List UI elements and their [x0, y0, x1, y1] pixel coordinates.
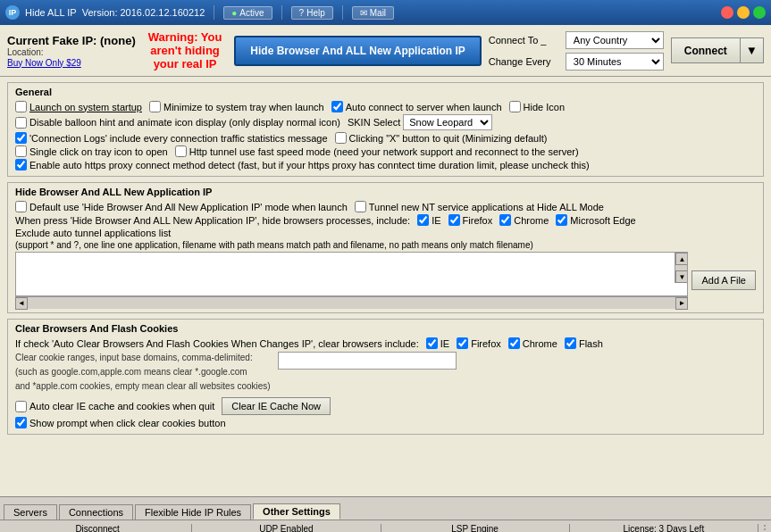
cookie-range-input[interactable] — [278, 352, 457, 370]
launch-startup-label: Launch on system startup — [29, 102, 142, 112]
skin-select-item: SKIN Select Snow Leopard — [348, 114, 492, 130]
http-tunnel-checkbox[interactable] — [175, 145, 187, 157]
single-click-checkbox[interactable] — [15, 145, 27, 157]
change-every-label: Change Every — [489, 56, 560, 67]
minimize-button[interactable] — [737, 6, 750, 19]
auto-connect-item: Auto connect to server when launch — [331, 101, 502, 112]
clear-cache-button[interactable]: Clear IE Cache Now — [222, 397, 331, 415]
default-use-checkbox[interactable] — [15, 201, 27, 212]
help-label: Help — [306, 8, 325, 18]
clear-row1: If check 'Auto Clear Browsers And Flash … — [15, 337, 756, 349]
hide-icon-checkbox[interactable] — [509, 101, 521, 112]
minimize-tray-checkbox[interactable] — [149, 101, 161, 112]
chrome-checkbox[interactable] — [499, 214, 511, 226]
clear-chrome-checkbox[interactable] — [508, 337, 520, 349]
sep3 — [342, 5, 343, 20]
change-every-row: Change Every 30 Minutes — [489, 53, 664, 71]
edge-item: Microsoft Edge — [556, 214, 635, 226]
status-license: License: 3 Days Left — [570, 524, 758, 532]
clear-ie-checkbox[interactable] — [426, 337, 438, 349]
auto-connect-checkbox[interactable] — [331, 101, 343, 112]
edge-checkbox[interactable] — [556, 214, 567, 226]
ie-checkbox[interactable] — [417, 214, 429, 226]
if-check-label: If check 'Auto Clear Browsers And Flash … — [15, 338, 419, 349]
hide-icon-item: Hide Icon — [509, 101, 565, 112]
disable-balloon-item: Disable balloon hint and animate icon di… — [15, 117, 340, 129]
when-press-label: When press 'Hide Browser And ALL New App… — [15, 215, 410, 226]
horizontal-scrollbar[interactable]: ◄ ► — [15, 296, 688, 309]
tab-other-settings[interactable]: Other Settings — [253, 503, 340, 520]
firefox-item: Firefox — [448, 214, 493, 226]
connect-to-label: Connect To _ — [489, 35, 560, 46]
cookie-range-row: Clear cookie ranges, input base domains,… — [15, 352, 756, 395]
scroll-left-arrow[interactable]: ◄ — [15, 297, 28, 310]
clear-row3: Auto clear IE cache and cookies when qui… — [15, 397, 756, 415]
clear-flash-checkbox[interactable] — [565, 337, 576, 349]
tab-servers[interactable]: Servers — [4, 504, 57, 520]
connection-logs-checkbox[interactable] — [15, 132, 27, 144]
status-udp: UDP Enabled — [192, 524, 381, 532]
clicking-x-item: Clicking "X" button to quit (Minimizing … — [335, 132, 548, 144]
connection-logs-label: 'Connection Logs' include every connecti… — [29, 133, 328, 144]
status-disconnect[interactable]: Disconnect — [4, 524, 192, 532]
mail-btn[interactable]: ✉ Mail — [352, 6, 394, 20]
general-row3: 'Connection Logs' include every connecti… — [15, 132, 756, 144]
show-prompt-checkbox[interactable] — [15, 417, 27, 428]
clear-chrome-label: Chrome — [523, 338, 557, 349]
clicking-x-checkbox[interactable] — [335, 132, 347, 144]
vertical-scrollbar[interactable]: ▲ ▼ — [675, 253, 687, 283]
tunnel-nt-checkbox[interactable] — [355, 201, 366, 212]
maximize-button[interactable] — [753, 6, 766, 19]
clear-firefox-checkbox[interactable] — [457, 337, 468, 349]
disable-balloon-checkbox[interactable] — [15, 117, 27, 129]
close-button[interactable] — [721, 6, 733, 19]
cookie-desc-block: Clear cookie ranges, input base domains,… — [15, 352, 271, 395]
main-toolbar: Current Fake IP: (none) Location: Buy No… — [0, 25, 771, 77]
enable-https-checkbox[interactable] — [15, 159, 27, 170]
buy-link[interactable]: Buy Now Only $29 — [7, 58, 81, 68]
auto-connect-label: Auto connect to server when launch — [346, 102, 502, 112]
launch-startup-item: Launch on system startup — [15, 101, 142, 112]
clear-flash-item: Flash — [565, 337, 603, 349]
http-tunnel-label: Http tunnel use fast speed mode (need yo… — [189, 146, 579, 157]
country-select[interactable]: Any Country — [566, 31, 664, 49]
connect-dropdown-button[interactable]: ▼ — [740, 37, 764, 63]
cookie-desc2: (such as google.com,apple.com means clea… — [15, 366, 271, 378]
mail-label: Mail — [370, 8, 386, 18]
resize-grip[interactable]: ⋮ — [758, 522, 767, 533]
auto-clear-ie-checkbox[interactable] — [15, 401, 27, 412]
scroll-up-arrow[interactable]: ▲ — [675, 253, 688, 265]
exclude-desc-row: (support * and ?, one line one applicati… — [15, 240, 756, 250]
tabs-bar: Servers Connections Flexible Hide IP Rul… — [0, 496, 771, 520]
general-title: General — [15, 87, 756, 97]
status-bar: Disconnect UDP Enabled LSP Engine Licens… — [0, 520, 771, 532]
clicking-x-label: Clicking "X" button to quit (Minimizing … — [349, 133, 548, 144]
tab-connections[interactable]: Connections — [59, 504, 133, 520]
change-every-select[interactable]: 30 Minutes — [566, 53, 664, 71]
hide-browser-row2: When press 'Hide Browser And ALL New App… — [15, 214, 756, 226]
connect-button[interactable]: Connect — [671, 37, 740, 63]
active-btn[interactable]: ● Active — [223, 6, 272, 20]
help-btn[interactable]: ? Help — [291, 6, 333, 20]
tab-flexible-hide[interactable]: Flexible Hide IP Rules — [135, 504, 251, 520]
clear-ie-label: IE — [440, 338, 449, 349]
http-tunnel-item: Http tunnel use fast speed mode (need yo… — [175, 145, 579, 157]
hide-browser-btn[interactable]: Hide Browser And ALL New Application IP — [234, 36, 481, 66]
tunnel-nt-item: Tunnel new NT service applications at Hi… — [355, 201, 604, 212]
exclude-textarea-area: ▲ ▼ — [15, 252, 688, 296]
scroll-down-arrow[interactable]: ▼ — [675, 270, 688, 283]
exclude-title-row: Exclude auto tunnel applications list — [15, 228, 756, 238]
single-click-item: Single click on tray icon to open — [15, 145, 168, 157]
connect-btn-block: Connect ▼ — [671, 37, 764, 63]
connect-block: Connect To _ Any Country Change Every 30… — [489, 31, 664, 71]
skin-select-dropdown[interactable]: Snow Leopard — [403, 114, 492, 130]
add-file-button[interactable]: Add A File — [691, 270, 756, 290]
app-logo: IP — [5, 5, 20, 20]
firefox-checkbox[interactable] — [448, 214, 460, 226]
launch-startup-checkbox[interactable] — [15, 101, 27, 112]
scroll-right-arrow[interactable]: ► — [675, 297, 688, 310]
window-controls — [721, 6, 766, 19]
hide-icon-label: Hide Icon — [524, 102, 565, 112]
general-row4: Single click on tray icon to open Http t… — [15, 145, 756, 157]
general-section: General Launch on system startup Minimiz… — [7, 82, 764, 177]
